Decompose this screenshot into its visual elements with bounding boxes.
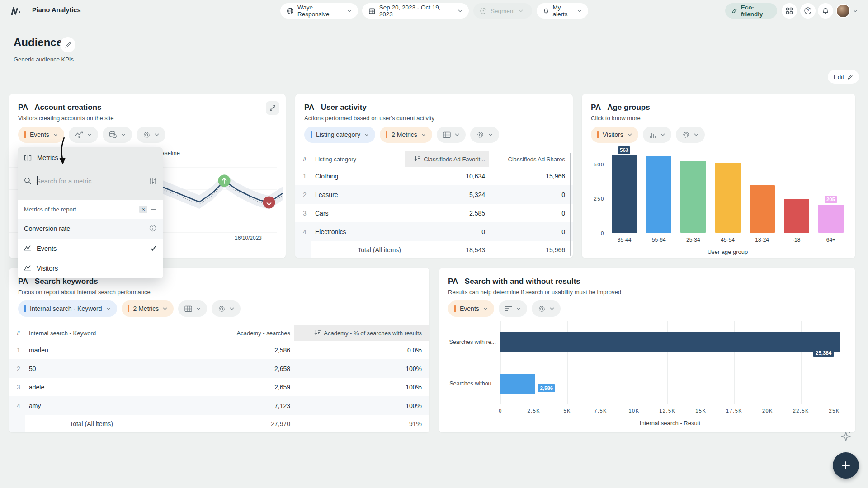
table-row[interactable]: 3adele2,659100% [9,378,429,396]
bar-45-54[interactable] [715,163,741,233]
help-icon: ? [804,7,812,15]
table-row[interactable]: 1Clothing10,63415,966 [295,167,573,185]
display-type-pill[interactable] [643,127,671,143]
chevron-down-icon [364,133,369,136]
rename-dashboard-button[interactable] [60,37,75,52]
x-axis-tick-label: 35-44 [607,237,642,243]
display-type-pill[interactable] [437,127,466,143]
x-axis-tick-label: 18-24 [745,237,779,243]
segment-selector[interactable]: Segment [473,3,532,19]
metric-option-events[interactable]: Events [18,239,163,258]
site-selector[interactable]: Waye Responsive [280,3,358,19]
table-row[interactable]: 1marleu2,5860.0% [9,341,429,359]
bar-55-64[interactable] [646,156,671,233]
settings-pill[interactable] [470,127,499,143]
gear-icon [538,305,546,313]
accent-bar [454,305,456,312]
metric-option-conversion-rate[interactable]: Conversion rate [18,219,163,239]
table-row[interactable]: 2Leasure5,3240 [295,185,573,204]
metric-line-icon [24,245,32,251]
my-alerts-button[interactable]: My alerts [537,3,588,19]
chevron-down-icon [550,307,554,310]
column-header[interactable]: Listing category [311,151,405,167]
settings-pill[interactable] [212,300,241,317]
chevron-down-icon [694,133,698,136]
metric-pill-visitors[interactable]: Visitors [591,127,638,143]
bar-searches-without-results[interactable] [500,374,535,394]
search-icon [24,177,32,185]
edit-dashboard-button[interactable]: Edit [828,70,859,84]
info-icon [149,225,156,232]
annotation-arrow [54,135,74,167]
top-bar: Piano Analytics Waye Responsive Sep 20, … [0,0,868,22]
bar-35-44[interactable] [612,155,637,233]
column-header[interactable]: # [9,325,25,341]
eco-friendly-badge[interactable]: Eco-friendly [725,3,777,19]
table-cell: adele [25,378,203,396]
date-range-picker[interactable]: Sep 20, 2023 - Oct 19, 2023 [362,3,469,19]
table-cell: 2,585 [405,204,489,222]
total-cell: 91% [294,415,429,432]
bar-value-label: 563 [618,146,630,154]
bell-icon [822,7,829,14]
apps-grid-button[interactable] [782,3,797,19]
settings-pill[interactable] [137,127,165,143]
table-row[interactable]: 4Electronics00 [295,222,573,241]
metrics-pill[interactable]: 2 Metrics [122,300,174,317]
column-header[interactable]: Classifieds Ad Shares [489,151,573,167]
bar-searches-with-results[interactable] [500,332,840,352]
column-header[interactable]: Academy - % of searches with results [294,325,429,341]
metric-pill-events[interactable]: Events [448,300,494,317]
notifications-button[interactable] [818,3,833,19]
brand-name: Piano Analytics [32,6,80,14]
bar-64+[interactable] [818,205,844,233]
bell-icon [543,7,549,14]
chevron-down-icon [488,133,493,136]
total-cell [9,415,25,432]
add-widget-fab[interactable] [833,452,859,479]
my-alerts-label: My alerts [553,4,574,18]
metrics-pill[interactable]: 2 Metrics [380,127,432,143]
sliders-icon[interactable] [149,178,156,185]
table-cell: Electronics [311,222,405,241]
chevron-down-icon [660,133,665,136]
minus-icon[interactable] [151,207,156,212]
display-type-pill[interactable] [499,300,527,317]
dimension-pill-listing-category[interactable]: Listing category [304,127,375,143]
table-row[interactable]: 4amy7,123100% [9,396,429,415]
column-header[interactable]: # [295,151,311,167]
metrics-pill-label: 2 Metrics [133,305,159,312]
bar-25-34[interactable] [680,161,706,233]
table-scrollbar[interactable] [570,153,571,256]
column-header[interactable]: Academy - searches [203,325,294,341]
data-source-pill[interactable] [103,127,132,143]
metrics-of-report-section[interactable]: Metrics of the report 3 [18,200,163,219]
x-axis-tick-label: 20K [754,408,781,413]
settings-pill[interactable] [676,127,705,143]
accent-bar [128,305,129,312]
expand-widget-button[interactable] [266,101,279,115]
bar-18-24[interactable] [750,185,775,233]
table-cell: 0 [489,204,573,222]
avatar[interactable] [836,4,850,18]
anomaly-down-marker [263,197,275,209]
bar--18[interactable] [784,199,809,233]
settings-pill[interactable] [532,300,561,317]
sparkle-icon[interactable] [840,431,852,442]
metric-search-input[interactable] [36,178,145,185]
dimension-pill-internal-search-keyword[interactable]: Internal search - Keyword [18,300,117,317]
metric-option-visitors[interactable]: Visitors [18,258,163,278]
table-row[interactable]: 3Cars2,5850 [295,204,573,222]
dimension-pill-label: Internal search - Keyword [30,305,102,312]
column-header[interactable]: Classifieds Ad Favorit... [405,151,489,167]
help-button[interactable]: ? [800,3,816,19]
account-chevron-down-icon[interactable] [853,9,858,12]
table-row[interactable]: 2502,658100% [9,359,429,378]
database-clock-icon [109,131,117,139]
gear-icon [682,131,690,139]
column-header[interactable]: Internal search - Keyword [25,325,203,341]
pencil-icon [65,42,71,48]
display-type-pill[interactable] [178,300,207,317]
plot-area: 0250500563205 [607,147,848,233]
x-axis-tick-label: 55-64 [642,237,676,243]
